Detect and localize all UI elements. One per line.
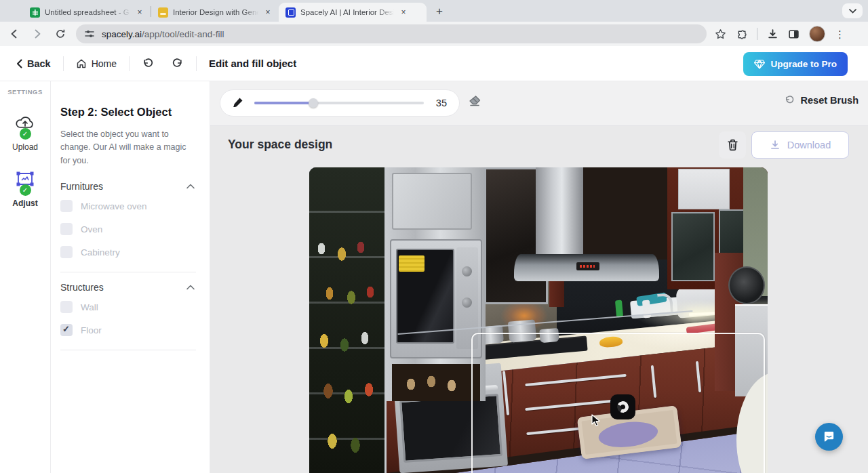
chat-bubble-icon	[823, 430, 835, 443]
header-divider	[63, 56, 64, 71]
upload-complete-check-icon: ✓	[20, 128, 31, 140]
mouse-cursor	[591, 414, 601, 427]
url-host: spacely.ai	[102, 29, 142, 39]
chevron-up-icon	[186, 184, 195, 189]
bookmark-star-icon[interactable]	[715, 28, 726, 40]
glass-cabinet-door	[671, 212, 715, 281]
kitchen-appliance-tower	[385, 167, 486, 401]
rail-item-adjust[interactable]: ✓ Adjust	[0, 171, 50, 208]
checkbox-label: Oven	[81, 224, 102, 234]
chat-messenger-button[interactable]	[815, 423, 843, 451]
kitchen-microwave	[390, 239, 482, 358]
tab-list-chevron-button[interactable]	[842, 3, 863, 18]
home-button[interactable]: Home	[76, 58, 117, 69]
reset-brush-label: Reset Brush	[801, 95, 859, 106]
forward-nav-icon[interactable]	[28, 25, 46, 43]
hood-display	[576, 262, 599, 270]
tab-spreadsheet[interactable]: Untitled spreadsheet - Googl ×	[23, 3, 151, 22]
brush-size-slider[interactable]	[254, 102, 424, 104]
slider-fill	[254, 102, 313, 104]
new-tab-button[interactable]: +	[431, 3, 448, 20]
brush-toolbar: 35 Reset Brush	[210, 81, 868, 126]
browser-toolbar: spacely.ai/app/tool/edit-and-fill ⋮	[0, 22, 868, 46]
upload-label: Upload	[12, 142, 38, 152]
header-divider	[129, 56, 130, 71]
slider-thumb[interactable]	[309, 98, 318, 108]
tab-interior-design[interactable]: Interior Design with Generati ×	[151, 3, 279, 22]
download-icon	[770, 140, 781, 150]
kitchen-fan	[728, 266, 765, 304]
checkbox[interactable]	[60, 301, 73, 313]
step-title: Step 2: Select Object	[60, 106, 196, 119]
reset-brush-button[interactable]: Reset Brush	[784, 95, 859, 106]
downloads-icon[interactable]	[767, 28, 778, 40]
profile-avatar[interactable]	[809, 26, 825, 42]
loading-spinner	[610, 394, 635, 419]
download-button[interactable]: Download	[751, 131, 849, 159]
reset-undo-icon	[784, 95, 795, 106]
select-object-panel: Step 2: Select Object Select the object …	[51, 81, 210, 473]
step-description: Select the object you want to change. Ou…	[60, 128, 191, 167]
range-hood	[514, 254, 659, 281]
side-panel-icon[interactable]	[788, 28, 800, 40]
extensions-puzzle-icon[interactable]	[736, 28, 747, 40]
brush-size-value: 35	[436, 98, 447, 108]
site-settings-icon[interactable]	[84, 28, 95, 39]
section-label: Furnitures	[60, 181, 103, 192]
checkbox[interactable]	[60, 246, 73, 258]
home-icon	[76, 58, 87, 69]
kitchen-pantry-shelf	[309, 167, 387, 473]
address-bar[interactable]: spacely.ai/app/tool/edit-and-fill	[76, 24, 707, 43]
back-nav-icon[interactable]	[5, 25, 23, 43]
checkbox[interactable]	[60, 200, 73, 212]
checkbox-label: Wall	[81, 302, 98, 312]
space-design-image[interactable]	[309, 167, 768, 473]
url-path: /app/tool/edit-and-fill	[142, 29, 224, 39]
url-text: spacely.ai/app/tool/edit-and-fill	[102, 29, 224, 39]
sheets-favicon-icon	[30, 7, 40, 18]
microwave-sticker	[399, 255, 425, 272]
eraser-button[interactable]	[468, 95, 481, 107]
checkbox-label: Cabinetry	[81, 247, 120, 258]
back-button[interactable]: Back	[16, 58, 51, 69]
tab-close-icon[interactable]: ×	[134, 7, 145, 18]
tab-close-icon[interactable]: ×	[262, 7, 273, 18]
tower-upper-door	[392, 173, 472, 230]
checkbox-item-floor[interactable]: Floor	[60, 318, 196, 342]
undo-button[interactable]	[142, 58, 154, 70]
browser-menu-icon[interactable]: ⋮	[835, 29, 845, 39]
upgrade-to-pro-button[interactable]: Upgrade to Pro	[743, 52, 848, 76]
microwave-knob	[462, 297, 472, 308]
microwave-knob	[462, 266, 472, 276]
adjust-label: Adjust	[12, 199, 37, 208]
checkbox[interactable]	[60, 324, 73, 336]
checkbox[interactable]	[60, 223, 73, 235]
section-structures[interactable]: Structures	[60, 282, 195, 293]
checkbox-item-oven[interactable]: Oven	[60, 218, 196, 241]
checkbox-label: Floor	[81, 325, 102, 335]
range-hood-chimney	[536, 167, 583, 258]
delete-design-button[interactable]	[719, 131, 746, 159]
toolbar-divider	[757, 28, 757, 40]
settings-rail-title: SETTINGS	[0, 88, 50, 96]
tab-title: Untitled spreadsheet - Googl	[45, 8, 130, 16]
checkbox-item-wall[interactable]: Wall	[60, 295, 196, 318]
checkbox-item-cabinetry[interactable]: Cabinetry	[60, 241, 196, 264]
redo-button[interactable]	[172, 58, 184, 70]
trash-icon	[727, 139, 738, 151]
browser-tab-strip: Untitled spreadsheet - Googl × Interior …	[0, 0, 868, 22]
white-cabinet-door	[678, 169, 730, 209]
chevron-up-icon	[186, 285, 195, 290]
back-label: Back	[27, 58, 51, 69]
panel-divider	[60, 272, 196, 272]
tab-close-icon[interactable]: ×	[398, 7, 409, 18]
reload-icon[interactable]	[52, 25, 69, 43]
checkbox-item-microwave-oven[interactable]: Microwave oven	[60, 194, 196, 218]
tab-spacely-active[interactable]: Spacely AI | AI Interior Desig ×	[279, 3, 427, 22]
section-furnitures[interactable]: Furnitures	[60, 181, 195, 192]
app-header: Back Home Edit and fill object Upgrade t…	[0, 46, 868, 81]
tab-title: Interior Design with Generati	[173, 8, 258, 16]
rail-item-upload[interactable]: ✓ Upload	[0, 115, 50, 152]
brush-size-control: 35	[220, 89, 460, 117]
home-label: Home	[92, 58, 117, 69]
